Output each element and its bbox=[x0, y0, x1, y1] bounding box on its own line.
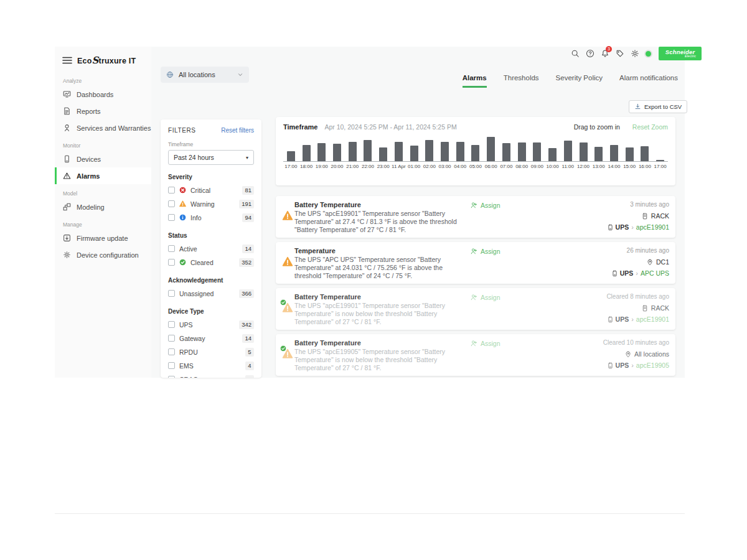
sidebar-item-modeling[interactable]: Modeling bbox=[55, 198, 151, 215]
chart-bar bbox=[656, 160, 664, 161]
feedback-icon[interactable] bbox=[614, 49, 625, 59]
chart-column bbox=[299, 145, 314, 161]
assign-user-icon bbox=[470, 294, 477, 301]
sidebar-item-firmware-update[interactable]: Firmware update bbox=[55, 230, 151, 246]
ems-checkbox[interactable] bbox=[168, 362, 175, 369]
location-selector-value: All locations bbox=[179, 71, 232, 78]
alarm-card[interactable]: Battery Temperature The UPS "apcE19905" … bbox=[276, 334, 675, 376]
warning-count: 191 bbox=[239, 200, 254, 208]
assign-user-icon bbox=[470, 202, 477, 209]
ups-checkbox[interactable] bbox=[168, 321, 175, 328]
chart-bar bbox=[303, 145, 311, 161]
crac-checkbox[interactable] bbox=[168, 376, 175, 378]
nav-section-monitor: Monitor bbox=[63, 142, 151, 149]
crac-count: 1 bbox=[245, 375, 254, 378]
device-link[interactable]: apcE19905 bbox=[636, 362, 669, 369]
chart-bar bbox=[487, 137, 495, 161]
alarm-location[interactable]: RACK bbox=[642, 304, 669, 312]
globe-icon bbox=[166, 71, 174, 78]
unassigned-checkbox[interactable] bbox=[168, 290, 175, 297]
critical-icon bbox=[179, 187, 186, 194]
filter-option-gateway: Gateway 14 bbox=[168, 332, 254, 344]
tab-severity-policy[interactable]: Severity Policy bbox=[556, 74, 603, 88]
warning-icon bbox=[282, 210, 294, 222]
chart-bar bbox=[518, 142, 526, 161]
export-to-csv-button[interactable]: Export to CSV bbox=[629, 100, 687, 113]
logo-text: EcoStruxure IT bbox=[77, 55, 136, 66]
chart-column bbox=[314, 143, 329, 161]
filter-option-unassigned: Unassigned 366 bbox=[168, 287, 254, 299]
alarm-device: UPS › apcE19901 bbox=[608, 315, 669, 323]
settings-icon[interactable] bbox=[629, 49, 640, 59]
chart-column bbox=[345, 142, 360, 161]
chart-column bbox=[652, 160, 668, 161]
sidebar-item-devices[interactable]: Devices bbox=[55, 151, 151, 167]
axis-tick-label: 16:00 bbox=[637, 164, 653, 169]
alarm-description: The UPS "apcE19905" Temperature sensor "… bbox=[294, 348, 464, 371]
user-avatar[interactable] bbox=[644, 50, 652, 58]
nav-section-analyze: Analyze bbox=[63, 78, 151, 84]
chart-column bbox=[622, 147, 637, 161]
alarm-card[interactable]: Temperature The UPS "APC UPS" Temperatur… bbox=[276, 242, 675, 284]
alarm-card[interactable]: Battery Temperature The UPS "apcE19901" … bbox=[276, 196, 675, 238]
alarm-location[interactable]: RACK bbox=[642, 212, 669, 220]
device-link[interactable]: APC UPS bbox=[641, 269, 669, 277]
sidebar-item-alarms[interactable]: Alarms bbox=[55, 167, 151, 184]
tab-alarm-notifications[interactable]: Alarm notifications bbox=[619, 74, 678, 88]
chart-column bbox=[637, 146, 653, 161]
notifications-icon[interactable]: 3 bbox=[599, 49, 610, 59]
sidebar-item-services-warranties[interactable]: Services and Warranties bbox=[55, 119, 151, 136]
device-link[interactable]: apcE19901 bbox=[636, 315, 669, 323]
gateway-checkbox[interactable] bbox=[168, 335, 175, 342]
cleared-checkbox[interactable] bbox=[168, 259, 175, 266]
info-checkbox[interactable] bbox=[168, 214, 175, 221]
tab-alarms[interactable]: Alarms bbox=[463, 74, 487, 88]
critical-checkbox[interactable] bbox=[168, 187, 175, 194]
alarm-card[interactable]: Battery Temperature The UPS "apcE19901" … bbox=[276, 288, 675, 330]
filter-group-severity: Severity bbox=[168, 174, 254, 180]
search-icon[interactable] bbox=[570, 49, 580, 59]
axis-tick-label: 09:00 bbox=[530, 164, 545, 169]
sidebar-item-reports[interactable]: Reports bbox=[55, 103, 151, 119]
chart-column bbox=[530, 142, 545, 161]
reset-filters-link[interactable]: Reset filters bbox=[221, 127, 254, 134]
axis-tick-label: 21:00 bbox=[345, 164, 360, 169]
alarm-location[interactable]: All locations bbox=[625, 350, 669, 358]
timeframe-chart[interactable] bbox=[283, 136, 668, 162]
rack-icon bbox=[642, 305, 648, 312]
hamburger-menu-icon[interactable] bbox=[62, 56, 72, 65]
dashboards-icon bbox=[63, 90, 71, 98]
timeframe-title: Timeframe bbox=[283, 123, 317, 131]
device-link[interactable]: apcE19901 bbox=[636, 223, 669, 231]
chevron-right-icon: › bbox=[631, 315, 634, 323]
axis-tick-label: 14:00 bbox=[606, 164, 622, 169]
tab-thresholds[interactable]: Thresholds bbox=[504, 74, 539, 88]
reset-zoom-button[interactable]: Reset Zoom bbox=[632, 123, 668, 131]
unassigned-count: 366 bbox=[239, 289, 254, 298]
alarm-location[interactable]: DC1 bbox=[647, 258, 669, 266]
assign-button[interactable]: Assign bbox=[470, 294, 500, 301]
alarm-description: The UPS "apcE19901" Temperature sensor "… bbox=[294, 302, 464, 325]
chart-column bbox=[329, 144, 345, 161]
chart-column bbox=[375, 147, 391, 161]
sidebar-item-device-configuration[interactable]: Device configuration bbox=[55, 246, 151, 263]
timeframe-select[interactable]: Past 24 hours ▾ bbox=[168, 150, 254, 165]
location-pin-icon bbox=[625, 351, 631, 358]
chart-bar bbox=[364, 140, 372, 161]
sidebar-item-dashboards[interactable]: Dashboards bbox=[55, 86, 151, 103]
assign-button[interactable]: Assign bbox=[470, 202, 500, 209]
active-checkbox[interactable] bbox=[168, 245, 175, 252]
location-selector[interactable]: All locations bbox=[161, 67, 249, 83]
chart-column bbox=[453, 142, 468, 161]
assign-button[interactable]: Assign bbox=[470, 340, 500, 347]
help-icon[interactable] bbox=[585, 49, 595, 59]
schneider-logo[interactable]: Schneider Electric bbox=[659, 47, 702, 60]
warning-checkbox[interactable] bbox=[168, 200, 175, 207]
assign-button[interactable]: Assign bbox=[470, 248, 500, 255]
chart-column bbox=[283, 151, 299, 161]
rpdu-count: 5 bbox=[245, 348, 254, 357]
ups-count: 342 bbox=[239, 320, 254, 329]
rpdu-checkbox[interactable] bbox=[168, 348, 175, 355]
chart-column bbox=[576, 142, 591, 161]
chart-bar bbox=[502, 143, 510, 161]
